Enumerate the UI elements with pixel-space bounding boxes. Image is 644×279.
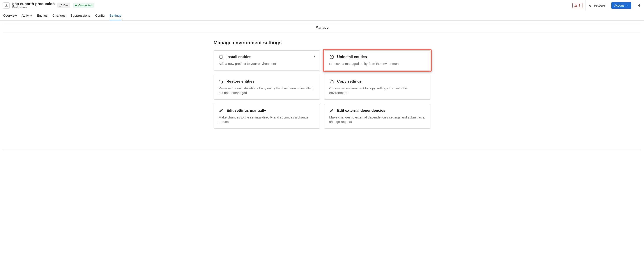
card-edit-settings[interactable]: Edit settings manually Make changes to t…: [214, 104, 320, 129]
environment-icon: [3, 2, 10, 8]
tab-label: Config: [95, 14, 104, 17]
panel-title: Manage: [3, 23, 641, 32]
actions-button[interactable]: Actions: [611, 2, 631, 9]
card-title: Copy settings: [337, 79, 362, 84]
card-desc: Add a new product to your environment: [218, 62, 315, 66]
cancel-circle-icon: [329, 54, 334, 59]
tabs-bar: Overview Activity Entities Changes Suppr…: [0, 11, 644, 20]
alerts-cell[interactable]: 7: [569, 0, 586, 11]
tab-label: Settings: [110, 14, 121, 17]
wrench-icon: [59, 4, 62, 7]
alert-pill[interactable]: 7: [572, 3, 582, 8]
tab-entities[interactable]: Entities: [37, 11, 48, 20]
card-title: Install entities: [226, 55, 251, 59]
card-title: Uninstall entities: [337, 55, 367, 59]
card-restore-entities[interactable]: Restore entities Reverse the uninstallat…: [214, 75, 320, 100]
page-header: gcp-eunorth-production Environment Dev C…: [0, 0, 644, 11]
environment-title: gcp-eunorth-production: [12, 2, 55, 6]
section-heading: Manage environment settings: [214, 40, 430, 46]
actions-cell: Actions: [608, 0, 634, 11]
status-dot-icon: [75, 4, 77, 6]
actions-label: Actions: [614, 4, 624, 7]
settings-panel: Manage Manage environment settings Insta…: [3, 23, 641, 150]
tab-overview[interactable]: Overview: [3, 11, 17, 20]
panel-content: Manage environment settings Install enti…: [214, 32, 430, 137]
pencil-icon: [218, 108, 224, 113]
card-title: Edit settings manually: [226, 108, 266, 113]
svg-rect-3: [638, 5, 639, 6]
settings-cards-grid: Install entities Add a new product to yo…: [214, 50, 430, 128]
caret-down-icon: [626, 4, 628, 6]
card-desc: Remove a managed entity from the environ…: [329, 62, 426, 66]
dev-badge[interactable]: Dev: [58, 3, 70, 8]
contact-cell[interactable]: east-sre: [586, 0, 608, 11]
pencil-icon: [329, 108, 334, 113]
card-desc: Make changes to external dependencies se…: [329, 115, 426, 124]
contact-label: east-sre: [594, 4, 605, 7]
header-right: 7 east-sre Actions: [569, 0, 644, 11]
tab-activity[interactable]: Activity: [22, 11, 32, 20]
card-desc: Choose an environment to copy settings f…: [329, 86, 426, 95]
alert-count: 7: [579, 4, 580, 7]
side-panel-toggle[interactable]: [634, 0, 644, 11]
tab-label: Suppressions: [70, 14, 90, 17]
tab-label: Entities: [37, 14, 48, 17]
card-title: Edit external dependencies: [337, 108, 385, 113]
environment-subtitle: Environment: [12, 6, 55, 9]
tab-label: Changes: [52, 14, 66, 17]
card-install-entities[interactable]: Install entities Add a new product to yo…: [214, 50, 320, 70]
tab-label: Overview: [3, 14, 17, 17]
card-uninstall-entities[interactable]: Uninstall entities Remove a managed enti…: [324, 50, 430, 70]
svg-point-1: [576, 6, 576, 6]
connected-label: Connected: [78, 4, 92, 7]
card-copy-settings[interactable]: Copy settings Choose an environment to c…: [324, 75, 430, 100]
chevron-right-icon: [312, 55, 316, 58]
undo-icon: [218, 79, 224, 84]
svg-rect-0: [5, 6, 7, 6]
plus-circle-icon: [218, 54, 224, 59]
highlight-uninstall: Uninstall entities Remove a managed enti…: [324, 50, 430, 70]
phone-icon: [589, 4, 592, 7]
tab-changes[interactable]: Changes: [52, 11, 66, 20]
card-title: Restore entities: [226, 79, 254, 84]
panel-toggle-icon: [638, 4, 641, 7]
header-left: gcp-eunorth-production Environment Dev C…: [0, 0, 569, 11]
dev-badge-label: Dev: [64, 4, 68, 7]
warning-icon: [574, 4, 578, 7]
tab-label: Activity: [22, 14, 32, 17]
tab-settings[interactable]: Settings: [110, 11, 121, 20]
card-edit-external-deps[interactable]: Edit external dependencies Make changes …: [324, 104, 430, 129]
title-block: gcp-eunorth-production Environment: [12, 2, 55, 9]
svg-rect-6: [331, 81, 333, 83]
card-desc: Make changes to the settings directly an…: [218, 115, 315, 124]
tab-config[interactable]: Config: [95, 11, 104, 20]
svg-rect-2: [640, 4, 640, 6]
connected-badge: Connected: [73, 3, 94, 8]
copy-icon: [329, 79, 334, 84]
card-desc: Reverse the uninstallation of any entity…: [218, 86, 315, 95]
tab-suppressions[interactable]: Suppressions: [70, 11, 90, 20]
